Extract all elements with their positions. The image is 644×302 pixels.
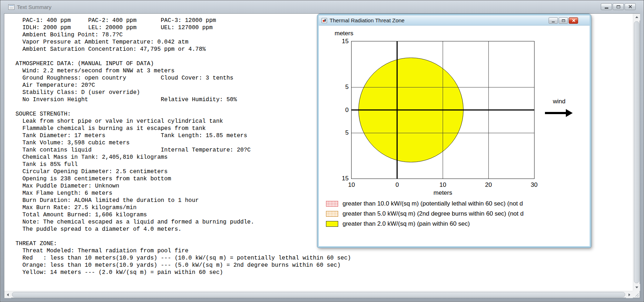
y-tick-label: 0 xyxy=(333,107,349,114)
arrow-right-icon xyxy=(629,293,630,296)
maximize-icon xyxy=(617,5,620,8)
wind-arrow-head xyxy=(566,109,573,117)
y-ticks: 1550515 xyxy=(333,41,349,179)
scroll-up-button[interactable] xyxy=(633,14,640,21)
threat-zone-window: Thermal Radiation Threat Zone meters 155… xyxy=(317,14,591,248)
legend-label: greater than 5.0 kW/(sq m) (2nd degree b… xyxy=(343,211,524,217)
arrow-up-icon xyxy=(635,16,638,18)
wind-label: wind xyxy=(553,98,580,105)
y-tick-label: 5 xyxy=(333,84,349,91)
minimize-button[interactable] xyxy=(601,3,612,10)
threat-maximize-button[interactable] xyxy=(559,17,568,24)
gridline-horizontal xyxy=(352,87,534,87)
close-button[interactable] xyxy=(625,3,636,10)
x-ticks: 100102030 xyxy=(352,181,534,189)
resize-grip[interactable] xyxy=(633,291,640,298)
vertical-scroll-thumb[interactable] xyxy=(634,21,639,283)
wind-arrow-shaft xyxy=(545,112,567,114)
maximize-icon xyxy=(562,19,565,22)
legend-row: greater than 5.0 kW/(sq m) (2nd degree b… xyxy=(326,211,590,217)
legend-label: greater than 2.0 kW/(sq m) (pain within … xyxy=(343,221,470,227)
vertical-scrollbar[interactable] xyxy=(633,14,640,291)
y-axis-title: meters xyxy=(335,30,353,37)
y-tick-label: 5 xyxy=(333,129,349,136)
orange-zone-swatch xyxy=(326,211,338,217)
scroll-left-button[interactable] xyxy=(4,291,11,298)
close-icon xyxy=(572,19,575,22)
horizontal-scrollbar[interactable] xyxy=(4,291,633,298)
plot-area xyxy=(351,41,535,179)
scroll-down-button[interactable] xyxy=(633,284,640,291)
minimize-icon xyxy=(605,8,608,9)
wind-annotation: wind xyxy=(545,98,580,117)
threat-close-button[interactable] xyxy=(569,17,578,24)
main-window-controls xyxy=(601,3,636,10)
maximize-button[interactable] xyxy=(613,3,624,10)
minimize-icon xyxy=(552,22,555,22)
gridline-horizontal xyxy=(352,133,534,133)
threat-window-titlebar[interactable]: Thermal Radiation Threat Zone xyxy=(319,15,590,26)
arrow-left-icon xyxy=(7,293,9,296)
x-axis-title: meters xyxy=(352,189,534,197)
red-zone-swatch xyxy=(326,201,338,207)
arrow-down-icon xyxy=(635,287,638,288)
legend-label: greater than 10.0 kW/(sq m) (potentially… xyxy=(343,200,523,207)
y-tick-label: 15 xyxy=(333,175,349,182)
threat-minimize-button[interactable] xyxy=(549,17,558,24)
x-tick-label: 10 xyxy=(439,181,446,189)
legend: greater than 10.0 kW/(sq m) (potentially… xyxy=(326,200,590,231)
text-summary-window: Text Summary PAC-1: 400 ppm PAC-2: 400 p… xyxy=(0,0,644,302)
yellow-zone-swatch xyxy=(326,221,338,227)
close-icon xyxy=(628,5,632,9)
horizontal-scroll-thumb[interactable] xyxy=(12,292,625,297)
x-tick-label: 0 xyxy=(395,181,399,189)
wind-arrow-icon xyxy=(545,109,580,117)
threat-window-icon xyxy=(322,18,327,23)
legend-row: greater than 10.0 kW/(sq m) (potentially… xyxy=(326,200,590,207)
main-titlebar[interactable]: Text Summary xyxy=(0,0,644,13)
y-tick-label: 15 xyxy=(333,38,349,45)
text-summary-window-icon xyxy=(8,4,14,10)
scroll-right-button[interactable] xyxy=(626,291,633,298)
threat-zone-chart: meters 1550515 100102030 meters wind gre… xyxy=(319,26,590,246)
main-window-title: Text Summary xyxy=(17,4,52,10)
threat-window-controls xyxy=(549,17,578,24)
x-axis-line xyxy=(352,109,534,111)
legend-row: greater than 2.0 kW/(sq m) (pain within … xyxy=(326,221,590,227)
x-tick-label: 30 xyxy=(531,181,538,189)
threat-window-title: Thermal Radiation Threat Zone xyxy=(330,17,404,23)
x-tick-label: 10 xyxy=(348,181,355,189)
x-tick-label: 20 xyxy=(485,181,492,189)
